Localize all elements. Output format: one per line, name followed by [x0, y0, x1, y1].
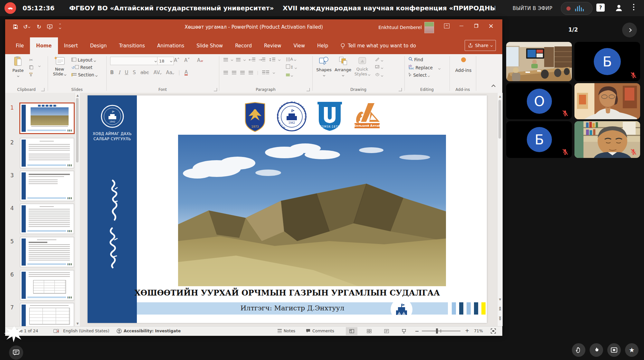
tab-slideshow[interactable]: Slide Show: [190, 37, 229, 54]
find-button[interactable]: Find: [408, 57, 440, 62]
picture-in-picture-button[interactable]: [607, 343, 621, 357]
comments-button[interactable]: Comments: [306, 328, 334, 333]
shape-outline-button[interactable]: [375, 65, 383, 70]
tab-review[interactable]: Review: [258, 37, 288, 54]
underline-button[interactable]: U: [125, 70, 128, 75]
format-painter-button[interactable]: [29, 72, 33, 76]
slide-sorter-view-button[interactable]: [363, 327, 375, 335]
tell-me-box[interactable]: Tell me what you want to do: [334, 37, 422, 54]
fit-to-window-button[interactable]: [491, 328, 496, 334]
clear-formatting-button[interactable]: A: [197, 57, 203, 63]
recording-indicator[interactable]: [561, 2, 592, 15]
grow-font-button[interactable]: A˄: [174, 57, 180, 63]
close-button[interactable]: ×: [484, 19, 498, 32]
replace-button[interactable]: ab⇅ac Replace: [408, 64, 440, 70]
reading-view-button[interactable]: [381, 327, 392, 335]
bold-button[interactable]: B: [110, 70, 114, 75]
slide-thumbnail-6[interactable]: [20, 270, 74, 300]
section-button[interactable]: Section: [71, 72, 97, 77]
shape-effects-button[interactable]: [375, 72, 383, 77]
tab-transitions[interactable]: Transitions: [113, 37, 151, 54]
account-avatar[interactable]: [424, 22, 434, 33]
collapse-ribbon-button[interactable]: [491, 84, 496, 89]
bullets-dropdown[interactable]: [231, 59, 233, 61]
paste-options-dropdown[interactable]: [38, 65, 41, 67]
addins-button[interactable]: Add-ins: [452, 57, 475, 73]
participant-tile-b1[interactable]: Б: [574, 42, 640, 81]
slide-thumbnail-7[interactable]: [20, 303, 74, 326]
convert-smartart-button[interactable]: [286, 73, 297, 77]
tab-animations[interactable]: Animations: [151, 37, 190, 54]
paste-button[interactable]: Paste: [10, 56, 26, 78]
notes-button[interactable]: Notes: [278, 328, 295, 333]
drawing-dialog-launcher[interactable]: [399, 88, 402, 91]
zoom-out-button[interactable]: −: [415, 328, 419, 334]
zoom-in-button[interactable]: +: [465, 327, 469, 334]
char-spacing-button[interactable]: AV: [154, 70, 162, 75]
slide-thumbnail-1[interactable]: [19, 102, 75, 134]
accessibility-status[interactable]: Accessibility: Investigate: [124, 328, 181, 333]
more-menu-button[interactable]: [633, 4, 634, 10]
participant-tile-b2[interactable]: Б: [506, 121, 572, 158]
raise-hand-button[interactable]: [572, 343, 585, 357]
slide-scrollbar[interactable]: ▲ ▼ ▲▲ ▼▼: [497, 93, 503, 326]
line-spacing-dropdown[interactable]: [278, 59, 280, 61]
decrease-indent-button[interactable]: ←: [249, 57, 255, 62]
tab-home[interactable]: Home: [30, 37, 58, 54]
copy-button[interactable]: [29, 65, 33, 69]
spellcheck-icon[interactable]: [53, 329, 59, 334]
zoom-slider-handle[interactable]: [436, 328, 438, 334]
new-slide-button[interactable]: New Slide: [50, 56, 69, 76]
chat-button[interactable]: [9, 345, 23, 360]
quick-styles-button[interactable]: Quick Styles: [354, 56, 371, 76]
tab-design[interactable]: Design: [84, 37, 113, 54]
reset-button[interactable]: ↺ Reset: [71, 65, 97, 70]
align-left-button[interactable]: [223, 71, 228, 74]
clipboard-dialog-launcher[interactable]: [41, 88, 44, 91]
slideshow-view-button[interactable]: [398, 327, 410, 335]
previous-slide-button[interactable]: ▲▲: [497, 306, 503, 310]
hangup-button[interactable]: [5, 2, 16, 14]
slide-scroll-down[interactable]: ▼: [497, 298, 503, 301]
normal-view-button[interactable]: [346, 327, 357, 335]
slide-thumbnail-2[interactable]: [20, 138, 74, 168]
numbering-dropdown[interactable]: [243, 59, 246, 61]
align-center-button[interactable]: [232, 71, 236, 74]
font-color-button[interactable]: A: [185, 70, 188, 75]
shapes-button[interactable]: Shapes: [316, 56, 332, 77]
favorite-star-button[interactable]: ★: [625, 343, 639, 357]
numbering-button[interactable]: [236, 58, 241, 62]
columns-dropdown[interactable]: [273, 72, 275, 74]
font-size-box[interactable]: 18: [157, 57, 174, 65]
cut-button[interactable]: ✂: [29, 57, 33, 63]
strikethrough-button[interactable]: abc: [140, 70, 149, 75]
align-right-button[interactable]: [240, 71, 245, 74]
thumb-scroll-up[interactable]: ▲: [75, 94, 80, 97]
layout-button[interactable]: Layout: [71, 57, 97, 63]
reaction-flame-button[interactable]: [590, 343, 603, 357]
bullets-button[interactable]: [223, 58, 228, 62]
change-case-button[interactable]: Aa: [166, 70, 174, 75]
tab-view[interactable]: View: [287, 37, 311, 54]
profile-button[interactable]: [614, 3, 623, 14]
select-button[interactable]: Select: [408, 73, 440, 78]
arrange-button[interactable]: Arrange: [334, 56, 352, 77]
account-name[interactable]: Enkhtuul Demberel: [378, 25, 422, 30]
slide-thumbnail-3[interactable]: [20, 171, 74, 201]
participant-tile-female[interactable]: [574, 83, 640, 119]
next-slide-button[interactable]: ▼▼: [497, 316, 503, 320]
go-live-button[interactable]: ВЫЙТИ В ЭФИР: [513, 5, 552, 11]
language-indicator[interactable]: English (United States): [63, 328, 109, 333]
participant-tile-meeting-room[interactable]: [506, 42, 572, 81]
italic-button[interactable]: I: [118, 70, 120, 75]
thumbnail-scrollbar[interactable]: ▲ ▼: [75, 93, 80, 326]
font-name-box[interactable]: [110, 57, 158, 65]
text-direction-button[interactable]: |||A: [286, 57, 297, 62]
font-dialog-launcher[interactable]: [214, 88, 217, 91]
participant-tile-o[interactable]: О: [506, 83, 572, 119]
minimize-button[interactable]: [454, 19, 469, 32]
slide-scroll-handle[interactable]: [498, 100, 501, 139]
tab-file[interactable]: File: [10, 37, 30, 54]
slide-thumbnail-4[interactable]: [20, 204, 74, 234]
participants-next-page-button[interactable]: [622, 23, 637, 37]
